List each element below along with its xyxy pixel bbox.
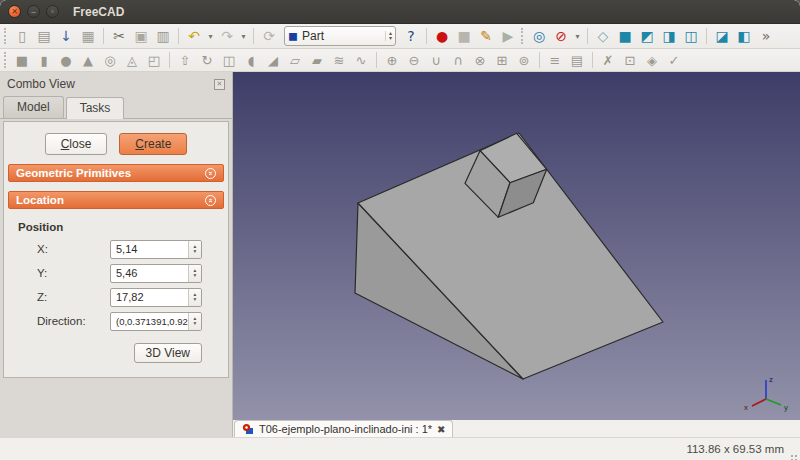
copy-icon[interactable]: ▣	[130, 26, 152, 46]
boolean-common-icon[interactable]: ∩	[447, 50, 469, 70]
spin-arrows-icon[interactable]: ▴▾	[188, 313, 201, 330]
compound-icon[interactable]: ⊞	[491, 50, 513, 70]
close-button[interactable]: Close	[45, 133, 108, 155]
part-torus-icon[interactable]: ◎	[99, 50, 121, 70]
combo-view-tabs: Model Tasks	[0, 94, 232, 119]
check-geometry-icon[interactable]: ✓	[663, 50, 685, 70]
x-spinbox[interactable]: 5,14 ▴▾	[110, 240, 202, 259]
mirror-icon[interactable]: ◫	[218, 50, 240, 70]
file-toolbar-handle[interactable]	[4, 28, 7, 44]
stop-macro-icon[interactable]: ■	[453, 26, 475, 46]
print-icon[interactable]: ▦	[77, 26, 99, 46]
fillet-icon[interactable]: ◖	[240, 50, 262, 70]
z-spinbox[interactable]: 17,82 ▴▾	[110, 288, 202, 307]
refine-shape-icon[interactable]: ◈	[641, 50, 663, 70]
box-selection-icon[interactable]: ⊡	[619, 50, 641, 70]
z-label: Z:	[37, 291, 47, 303]
shape-builder-icon[interactable]: ◰	[143, 50, 165, 70]
make-face-icon[interactable]: ▱	[284, 50, 306, 70]
tab-model[interactable]: Model	[3, 96, 64, 118]
record-macro-icon[interactable]: ●	[431, 26, 453, 46]
part-cone-icon[interactable]: ▲	[77, 50, 99, 70]
document-tab[interactable]: T06-ejemplo-plano-inclinado-ini : 1* ✖	[234, 420, 453, 437]
loft-icon[interactable]: ≋	[328, 50, 350, 70]
part-cylinder-icon[interactable]: ▮	[33, 50, 55, 70]
expand-section-icon[interactable]: »	[205, 195, 216, 206]
view-axonometric-icon[interactable]: ◇	[592, 26, 614, 46]
new-file-icon[interactable]: ▯	[11, 26, 33, 46]
workbench-selector-value: Part	[302, 29, 385, 43]
undo-icon[interactable]: ↶	[183, 26, 205, 46]
view-bottom-icon[interactable]: ◪	[711, 26, 733, 46]
save-icon[interactable]: ↓	[55, 26, 77, 46]
redo-dropdown-icon[interactable]: ▾	[238, 32, 249, 41]
open-file-icon[interactable]: ▤	[33, 26, 55, 46]
view-rear-icon[interactable]: ◫	[680, 26, 702, 46]
toolbar-overflow-icon[interactable]: »	[755, 26, 777, 46]
resize-grip[interactable]	[788, 448, 797, 457]
solids-toolbar-handle[interactable]	[4, 52, 7, 68]
extrude-icon[interactable]: ⇧	[174, 50, 196, 70]
toolbar-separator	[178, 28, 179, 44]
close-document-icon[interactable]: ✖	[437, 424, 445, 435]
create-button[interactable]: Create	[119, 133, 187, 155]
part-sphere-icon[interactable]: ●	[55, 50, 77, 70]
y-axis-label: y	[784, 403, 788, 412]
spin-arrows-icon[interactable]: ▴▾	[188, 241, 201, 258]
combo-view-title: Combo View	[7, 77, 75, 91]
x-label: X:	[37, 243, 48, 255]
combobox-spin-icon[interactable]: ▴▾	[385, 31, 392, 41]
view-top-icon[interactable]: ◩	[636, 26, 658, 46]
ruled-surface-icon[interactable]: ▰	[306, 50, 328, 70]
section-cut-icon[interactable]: ▤	[566, 50, 588, 70]
workbench-selector[interactable]: ◼Part▴▾	[284, 26, 396, 46]
sweep-icon[interactable]: ∿	[350, 50, 372, 70]
defeaturing-icon[interactable]: ✗	[597, 50, 619, 70]
spin-arrows-icon[interactable]: ▴▾	[188, 289, 201, 306]
redo-icon[interactable]: ↷	[216, 26, 238, 46]
tab-tasks[interactable]: Tasks	[66, 97, 125, 119]
3d-view-button[interactable]: 3D View	[134, 343, 202, 363]
y-spinbox[interactable]: 5,46 ▴▾	[110, 264, 202, 283]
combo-view-panel: Combo View ✕ Model Tasks Close Create Ge…	[0, 72, 233, 437]
draw-style-icon[interactable]: ⊘	[550, 26, 572, 46]
cut-icon[interactable]: ✂	[108, 26, 130, 46]
play-macro-icon[interactable]: ▶	[497, 26, 519, 46]
section-icon[interactable]: ⊗	[469, 50, 491, 70]
collapse-section-icon[interactable]: »	[205, 168, 216, 179]
fit-all-icon[interactable]: ◎	[528, 26, 550, 46]
view-left-icon[interactable]: ◧	[733, 26, 755, 46]
x-axis-label: x	[744, 403, 748, 412]
spin-arrows-icon[interactable]: ▴▾	[188, 265, 201, 282]
section-geometric-primitives[interactable]: Geometric Primitives »	[8, 164, 224, 182]
section-location[interactable]: Location »	[8, 191, 224, 209]
chamfer-icon[interactable]: ◢	[262, 50, 284, 70]
toolbar-separator	[376, 52, 377, 68]
whats-this-icon[interactable]: ?	[400, 26, 422, 46]
undo-dropdown-icon[interactable]: ▾	[205, 32, 216, 41]
main-toolbar: ▯▤↓▦✂▣▥↶▾↷▾⟳◼Part▴▾?●■✎▶◎⊘▾◇■◩◨◫◪◧»	[0, 24, 800, 49]
create-primitives-icon[interactable]: ◬	[121, 50, 143, 70]
part-box-icon[interactable]: ■	[11, 50, 33, 70]
y-label: Y:	[37, 267, 47, 279]
maximize-window-icon[interactable]: ▫	[46, 5, 59, 18]
boolean-union-icon[interactable]: ∪	[425, 50, 447, 70]
draw-style-dropdown-icon[interactable]: ▾	[572, 32, 583, 41]
close-window-icon[interactable]: ✕	[8, 5, 21, 18]
connect-icon[interactable]: ⊚	[513, 50, 535, 70]
paste-icon[interactable]: ▥	[152, 26, 174, 46]
view-toolbar-handle[interactable]	[521, 28, 524, 44]
cross-sections-icon[interactable]: ≡	[544, 50, 566, 70]
view-front-icon[interactable]: ■	[614, 26, 636, 46]
boolean-icon[interactable]: ⊕	[381, 50, 403, 70]
boolean-cut-icon[interactable]: ⊖	[403, 50, 425, 70]
3d-viewport[interactable]: z x y	[233, 72, 800, 420]
direction-combobox[interactable]: (0,0.371391,0.92 ▴▾	[110, 312, 202, 331]
part-workbench-icon: ◼	[288, 29, 298, 43]
minimize-window-icon[interactable]: –	[27, 5, 40, 18]
refresh-icon[interactable]: ⟳	[258, 26, 280, 46]
edit-macro-icon[interactable]: ✎	[475, 26, 497, 46]
float-panel-icon[interactable]: ✕	[214, 79, 225, 90]
revolve-icon[interactable]: ↻	[196, 50, 218, 70]
view-right-icon[interactable]: ◨	[658, 26, 680, 46]
